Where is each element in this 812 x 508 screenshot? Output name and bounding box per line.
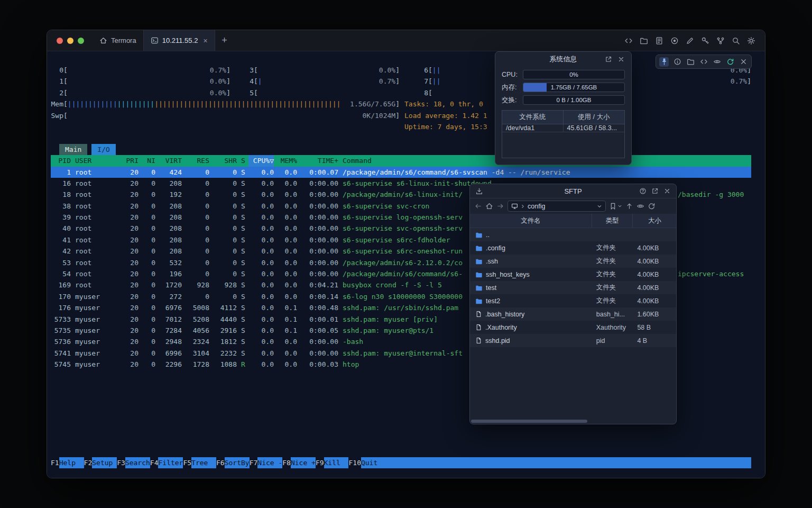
folder-icon[interactable] xyxy=(640,37,648,45)
folder-icon xyxy=(475,231,483,239)
file-row[interactable]: test文件夹4.00KB xyxy=(470,281,676,294)
chevron-down-icon[interactable] xyxy=(597,204,602,209)
function-key[interactable]: F6SortBy xyxy=(216,457,250,468)
log-icon[interactable] xyxy=(655,37,663,45)
refresh-icon[interactable] xyxy=(648,202,656,210)
show-hidden-icon[interactable] xyxy=(636,202,644,210)
size-column-header[interactable]: 大小 xyxy=(633,214,676,228)
function-key[interactable]: F7Nice - xyxy=(250,457,283,468)
process-cell: root xyxy=(71,178,113,189)
file-row[interactable]: .ssh文件夹4.00KB xyxy=(470,255,676,268)
function-key-number: F2 xyxy=(84,457,93,468)
process-cell: 0 xyxy=(139,246,155,257)
back-icon[interactable] xyxy=(474,202,482,210)
function-key[interactable]: F2Setup xyxy=(84,457,117,468)
function-key[interactable]: F1Help xyxy=(51,457,84,468)
process-cell: 0.0 xyxy=(274,178,297,189)
horizontal-scrollbar[interactable] xyxy=(470,419,676,424)
new-tab-button[interactable]: + xyxy=(215,30,234,51)
column-header-pid[interactable]: PID xyxy=(51,155,71,166)
key-icon[interactable] xyxy=(701,37,709,45)
scrollbar-thumb[interactable] xyxy=(471,420,587,423)
function-key-bar: F1HelpF2SetupF3SearchF4FilterF5TreeF6Sor… xyxy=(51,457,751,468)
filesystem-cell: /dev/vda1 xyxy=(502,124,564,132)
column-header-s[interactable]: S xyxy=(237,155,248,166)
zoom-window-button[interactable] xyxy=(78,38,84,44)
file-row[interactable]: ssh_host_keys文件夹4.00KB xyxy=(470,268,676,281)
function-key[interactable]: F9Kill xyxy=(316,457,349,468)
code-icon[interactable] xyxy=(699,57,708,67)
process-cell: 0 xyxy=(209,201,237,212)
gear-icon[interactable] xyxy=(747,37,755,45)
function-key[interactable]: F10Quit xyxy=(348,457,385,468)
htop-tab-io[interactable]: I/O xyxy=(91,144,115,155)
refresh-icon[interactable] xyxy=(725,57,735,67)
open-in-window-icon[interactable] xyxy=(605,56,612,63)
tab-close-icon[interactable]: × xyxy=(203,37,207,45)
branch-icon[interactable] xyxy=(716,37,725,45)
tab-termora[interactable]: Termora xyxy=(93,30,143,51)
tab-host-10-211-55-2[interactable]: 10.211.55.2 × xyxy=(143,30,215,51)
function-key[interactable]: F8Nice + xyxy=(282,457,316,468)
file-size-cell: 4 B xyxy=(633,337,676,344)
process-cell: 0 xyxy=(182,167,209,178)
eye-icon[interactable] xyxy=(712,57,722,67)
home-icon[interactable] xyxy=(485,202,493,210)
file-row[interactable]: .config文件夹4.00KB xyxy=(470,241,676,255)
close-window-button[interactable] xyxy=(57,38,63,44)
folder-icon[interactable] xyxy=(686,57,695,67)
process-cell: 0.0 xyxy=(248,223,274,234)
help-icon[interactable] xyxy=(639,187,647,195)
process-cell: 7284 xyxy=(155,325,182,336)
file-row[interactable]: .. xyxy=(470,228,676,241)
htop-tab-main[interactable]: Main xyxy=(59,144,87,155)
process-row[interactable]: 1root20042400S0.00.00:00.07/package/admi… xyxy=(51,167,751,178)
process-cell: root xyxy=(71,257,113,268)
function-key[interactable]: F3Search xyxy=(117,457,150,468)
close-icon[interactable] xyxy=(617,56,625,63)
bookmarks-button[interactable] xyxy=(609,202,622,210)
process-cell: 0.0 xyxy=(248,246,274,257)
path-breadcrumb[interactable]: config xyxy=(508,201,606,212)
filesystem-row[interactable]: /dev/vda145.61GB / 58.3... xyxy=(502,124,624,132)
close-icon[interactable] xyxy=(739,57,748,67)
file-row[interactable]: .XauthorityXauthority58 B xyxy=(470,321,676,334)
column-header-ni[interactable]: NI xyxy=(139,155,155,166)
process-cell: 53 xyxy=(51,257,71,268)
column-header-shr[interactable]: SHR xyxy=(209,155,237,166)
column-header-cpu[interactable]: CPU%▽ xyxy=(248,155,274,166)
info-icon[interactable] xyxy=(672,57,682,67)
folder-icon xyxy=(475,271,483,278)
file-row[interactable]: .bash_historybash_hi...1.60KB xyxy=(470,307,676,321)
function-key[interactable]: F5Tree xyxy=(183,457,216,468)
process-cell: 0:00.14 xyxy=(297,291,338,302)
function-key[interactable]: F4Filter xyxy=(150,457,183,468)
file-row[interactable]: test2文件夹4.00KB xyxy=(470,294,676,307)
function-key-label: SortBy xyxy=(225,457,250,468)
process-cell: 20 xyxy=(113,325,139,336)
minimize-window-button[interactable] xyxy=(67,38,73,44)
code-icon[interactable] xyxy=(624,37,633,45)
parent-directory-icon[interactable] xyxy=(625,202,633,210)
record-icon[interactable] xyxy=(670,37,679,45)
column-header-virt[interactable]: VIRT xyxy=(155,155,182,166)
column-header-pri[interactable]: PRI xyxy=(113,155,139,166)
forward-icon[interactable] xyxy=(496,202,504,210)
column-header-res[interactable]: RES xyxy=(182,155,209,166)
open-in-window-icon[interactable] xyxy=(651,187,659,195)
edit-icon[interactable] xyxy=(686,37,694,45)
process-cell: 0 xyxy=(209,178,237,189)
close-icon[interactable] xyxy=(663,187,671,195)
meter-bar: ||||||||||||||||||||||||||||||||||||||||… xyxy=(68,98,395,110)
process-cell: 1720 xyxy=(155,279,182,291)
column-header-time[interactable]: TIME+ xyxy=(297,155,338,166)
column-header-user[interactable]: USER xyxy=(71,155,113,166)
search-icon[interactable] xyxy=(732,37,740,45)
pin-icon[interactable] xyxy=(659,57,669,67)
file-type-cell: 文件夹 xyxy=(592,257,633,266)
type-column-header[interactable]: 类型 xyxy=(592,214,633,228)
column-header-mem[interactable]: MEM% xyxy=(274,155,297,166)
file-row[interactable]: sshd.pidpid4 B xyxy=(470,334,676,347)
filename-column-header[interactable]: 文件名 xyxy=(470,214,592,228)
transfers-icon[interactable] xyxy=(475,187,483,195)
